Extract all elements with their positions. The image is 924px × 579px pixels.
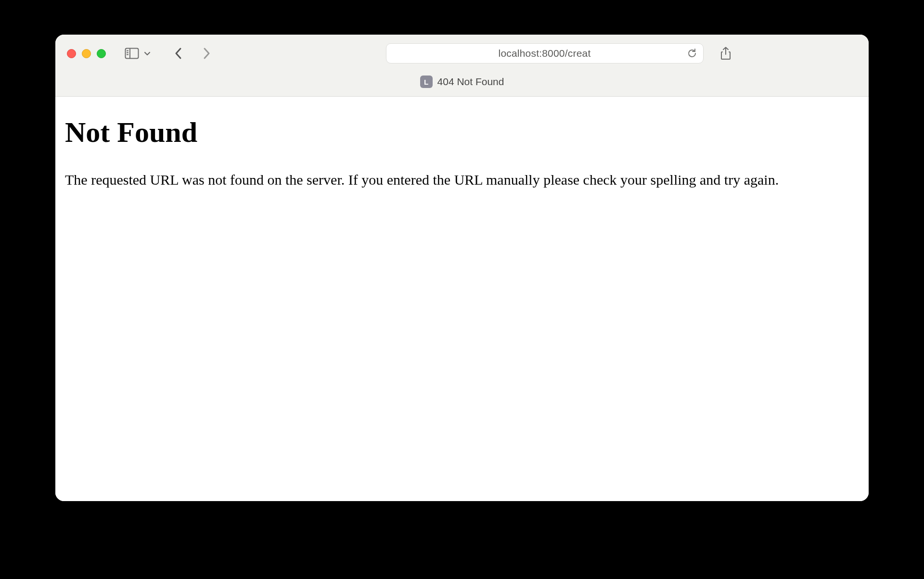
forward-button[interactable] bbox=[197, 44, 217, 63]
toolbar-main-row: localhost:8000/creat bbox=[55, 35, 869, 72]
favicon: L bbox=[420, 76, 433, 88]
tab-title: 404 Not Found bbox=[437, 76, 504, 88]
safari-window: localhost:8000/creat bbox=[55, 35, 869, 501]
address-bar[interactable]: localhost:8000/creat bbox=[386, 43, 704, 63]
fullscreen-window-button[interactable] bbox=[97, 49, 106, 58]
chevron-left-icon bbox=[174, 47, 182, 60]
svg-rect-0 bbox=[126, 49, 139, 59]
favicon-letter: L bbox=[424, 78, 428, 86]
browser-toolbar: localhost:8000/creat bbox=[55, 35, 869, 97]
error-message: The requested URL was not found on the s… bbox=[65, 170, 835, 190]
sidebar-toggle-button[interactable] bbox=[122, 44, 141, 63]
share-button[interactable] bbox=[716, 44, 735, 63]
chevron-down-icon bbox=[144, 51, 151, 56]
toolbar-right-actions bbox=[716, 44, 858, 63]
sidebar-icon bbox=[125, 48, 139, 59]
tab-bar: L 404 Not Found bbox=[55, 72, 869, 96]
error-heading: Not Found bbox=[65, 116, 859, 149]
page-content: Not Found The requested URL was not foun… bbox=[55, 97, 869, 501]
sidebar-dropdown-button[interactable] bbox=[141, 44, 153, 63]
reload-button[interactable] bbox=[687, 48, 697, 59]
back-button[interactable] bbox=[168, 44, 188, 63]
active-tab[interactable]: L 404 Not Found bbox=[420, 76, 504, 88]
chevron-right-icon bbox=[203, 47, 211, 60]
navigation-controls bbox=[168, 44, 217, 63]
reload-icon bbox=[687, 48, 697, 59]
share-icon bbox=[720, 47, 732, 60]
minimize-window-button[interactable] bbox=[82, 49, 91, 58]
sidebar-toggle-group bbox=[122, 44, 153, 63]
close-window-button[interactable] bbox=[67, 49, 76, 58]
address-text: localhost:8000/creat bbox=[499, 48, 591, 59]
window-controls bbox=[67, 49, 106, 58]
